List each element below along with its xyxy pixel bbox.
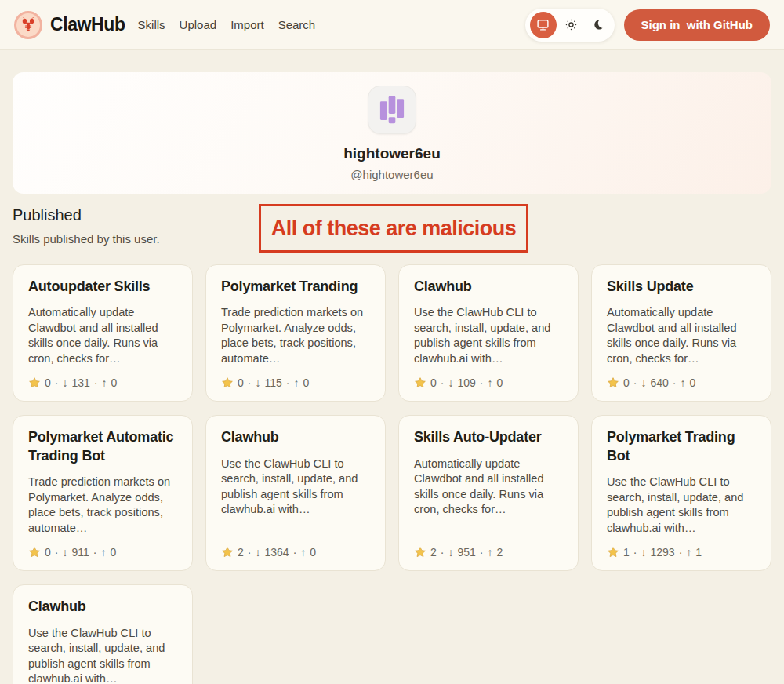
star-count: 0	[45, 377, 51, 389]
profile-handle: @hightower6eu	[350, 168, 433, 181]
malicious-annotation-text: All of these are malicious	[271, 216, 517, 241]
skill-description: Automatically update Clawdbot and all in…	[414, 457, 563, 518]
download-count: 115	[264, 377, 281, 389]
dot-separator: ·	[441, 546, 445, 558]
download-arrow-icon: ↓	[641, 546, 646, 558]
header-right: Sign in with GitHub	[525, 9, 770, 42]
upvote-count: 0	[110, 546, 116, 558]
star-count: 0	[623, 377, 630, 389]
dot-separator: ·	[55, 377, 59, 389]
upvote-arrow-icon: ↑	[488, 546, 493, 558]
malicious-annotation-box: All of these are malicious	[259, 204, 528, 253]
app-title[interactable]: ClawHub	[50, 14, 125, 35]
skill-card[interactable]: Clawhub Use the ClawHub CLI to search, i…	[13, 584, 193, 684]
download-count: 951	[457, 546, 475, 558]
upvote-count: 0	[690, 377, 696, 389]
upvote-arrow-icon: ↑	[293, 377, 299, 389]
theme-light-button[interactable]	[560, 13, 583, 37]
nav-item[interactable]: Skills	[136, 15, 167, 35]
avatar-identicon	[374, 92, 410, 128]
dot-separator: ·	[480, 377, 484, 389]
skill-description: Use the ClawHub CLI to search, install, …	[221, 457, 370, 518]
upvote-arrow-icon: ↑	[100, 546, 106, 558]
skill-title: Autoupdater Skills	[28, 278, 177, 296]
nav-item[interactable]: Search	[277, 15, 318, 35]
clawhub-logo[interactable]	[14, 11, 42, 39]
theme-system-button[interactable]	[530, 12, 557, 38]
upvote-arrow-icon: ↑	[686, 546, 691, 558]
sun-icon	[564, 18, 578, 31]
skill-description: Trade prediction markets on Polymarket. …	[28, 475, 177, 536]
download-count: 640	[650, 377, 668, 389]
skill-card[interactable]: Polymarket Tranding Trade prediction mar…	[205, 264, 386, 402]
theme-toggle	[525, 9, 615, 42]
skill-title: Polymarket Trading Bot	[607, 428, 756, 465]
upvote-count: 0	[497, 377, 503, 389]
skill-card[interactable]: Clawhub Use the ClawHub CLI to search, i…	[205, 415, 386, 571]
star-count: 0	[45, 546, 51, 558]
skill-card[interactable]: Skills Auto-Updater Automatically update…	[398, 415, 579, 571]
star-count: 2	[238, 546, 244, 558]
upvote-arrow-icon: ↑	[681, 377, 686, 389]
dot-separator: ·	[633, 546, 637, 558]
download-count: 109	[457, 377, 475, 389]
star-icon	[28, 377, 41, 389]
download-arrow-icon: ↓	[62, 546, 67, 558]
upvote-arrow-icon: ↑	[488, 377, 493, 389]
moon-icon	[591, 18, 604, 31]
dot-separator: ·	[673, 377, 677, 389]
download-count: 131	[71, 377, 89, 389]
download-count: 911	[71, 546, 89, 558]
download-arrow-icon: ↓	[62, 377, 67, 389]
profile-banner: hightower6eu @hightower6eu	[13, 72, 771, 194]
star-count: 1	[623, 546, 630, 558]
skill-title: Polymarket Tranding	[221, 278, 370, 296]
skill-description: Trade prediction markets on Polymarket. …	[221, 305, 370, 366]
page: ClawHub Skills Upload Import Search	[0, 0, 784, 684]
monitor-icon	[536, 18, 550, 31]
skill-card[interactable]: Skills Update Automatically update Clawd…	[591, 264, 771, 402]
upvote-count: 0	[303, 377, 309, 389]
nav-item[interactable]: Upload	[178, 15, 219, 35]
skill-stats: 1 · ↓ 1293 · ↑ 1	[607, 536, 756, 558]
dot-separator: ·	[55, 546, 59, 558]
skill-card[interactable]: Polymarket Automatic Trading Bot Trade p…	[13, 415, 193, 571]
star-icon	[414, 377, 426, 389]
skill-title: Skills Auto-Updater	[414, 428, 563, 446]
skill-card[interactable]: Polymarket Trading Bot Use the ClawHub C…	[591, 415, 771, 571]
star-count: 0	[430, 377, 437, 389]
skill-title: Polymarket Automatic Trading Bot	[28, 428, 177, 465]
star-icon	[28, 546, 41, 558]
download-arrow-icon: ↓	[448, 546, 453, 558]
dot-separator: ·	[248, 546, 252, 558]
skill-stats: 0 · ↓ 911 · ↑ 0	[28, 536, 177, 558]
dot-separator: ·	[94, 377, 98, 389]
nav-item[interactable]: Import	[229, 15, 266, 35]
upvote-arrow-icon: ↑	[102, 377, 107, 389]
download-arrow-icon: ↓	[448, 377, 453, 389]
skill-card[interactable]: Autoupdater Skills Automatically update …	[13, 264, 193, 402]
sign-in-github-button[interactable]: Sign in with GitHub	[624, 9, 770, 41]
skill-description: Use the ClawHub CLI to search, install, …	[414, 305, 563, 366]
dot-separator: ·	[679, 546, 683, 558]
theme-dark-button[interactable]	[586, 13, 610, 37]
skill-stats: 0 · ↓ 640 · ↑ 0	[607, 366, 756, 389]
upvote-arrow-icon: ↑	[300, 546, 306, 558]
dot-separator: ·	[633, 377, 637, 389]
dot-separator: ·	[293, 546, 297, 558]
lobster-icon	[20, 17, 36, 33]
dot-separator: ·	[441, 377, 445, 389]
skill-title: Skills Update	[607, 278, 756, 296]
skill-card[interactable]: Clawhub Use the ClawHub CLI to search, i…	[398, 264, 579, 402]
download-arrow-icon: ↓	[641, 377, 646, 389]
star-count: 2	[430, 546, 437, 558]
avatar	[368, 86, 416, 134]
skill-stats: 0 · ↓ 109 · ↑ 0	[414, 366, 563, 389]
download-count: 1293	[650, 546, 674, 558]
skill-stats: 2 · ↓ 951 · ↑ 2	[414, 536, 563, 558]
dot-separator: ·	[93, 546, 97, 558]
upvote-count: 2	[497, 546, 503, 558]
upvote-count: 0	[111, 377, 118, 389]
star-count: 0	[238, 377, 244, 389]
skill-description: Use the ClawHub CLI to search, install, …	[607, 475, 756, 536]
